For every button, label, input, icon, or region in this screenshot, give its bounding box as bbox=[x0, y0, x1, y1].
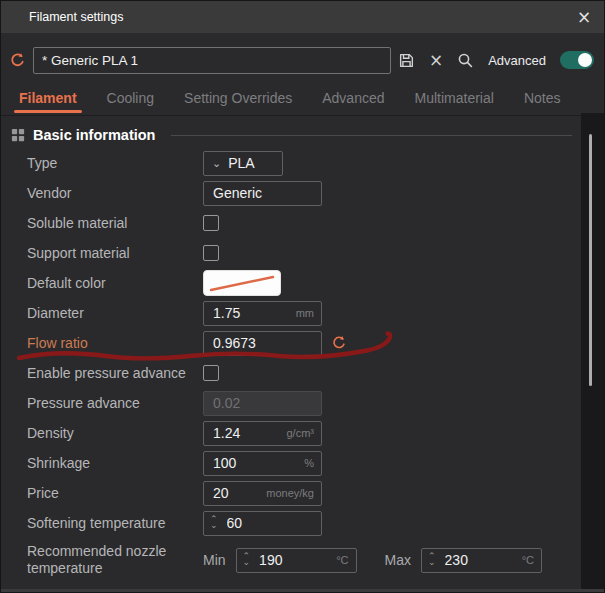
row-type: Type ⌄ PLA bbox=[1, 148, 604, 178]
unit-label: % bbox=[304, 457, 321, 469]
section-divider bbox=[171, 135, 572, 136]
reset-preset-icon[interactable] bbox=[9, 52, 26, 69]
support-material-checkbox[interactable] bbox=[203, 245, 219, 261]
unit-label: g/cm³ bbox=[287, 427, 322, 439]
field-label: Density bbox=[1, 425, 203, 442]
row-price: Price money/kg bbox=[1, 478, 604, 508]
spin-down-icon[interactable]: ⌄ bbox=[428, 560, 436, 566]
unit-label: money/kg bbox=[266, 487, 321, 499]
advanced-label: Advanced bbox=[488, 53, 546, 68]
spinner-arrows[interactable]: ⌃ ⌄ bbox=[422, 554, 436, 566]
flow-ratio-input[interactable] bbox=[204, 335, 321, 351]
row-shrinkage: Shrinkage % bbox=[1, 448, 604, 478]
window-bottom-edge bbox=[1, 589, 604, 592]
preset-toolbar: × Advanced bbox=[1, 33, 604, 83]
field-label: Price bbox=[1, 485, 203, 502]
toolbar-actions: × Advanced bbox=[398, 50, 594, 70]
field-label: Diameter bbox=[1, 305, 203, 322]
nozzle-temp-min-input[interactable] bbox=[250, 552, 336, 568]
tab-cooling[interactable]: Cooling bbox=[107, 85, 154, 115]
row-vendor: Vendor bbox=[1, 178, 604, 208]
preset-name-input[interactable] bbox=[33, 47, 391, 74]
price-field-box: money/kg bbox=[203, 481, 322, 506]
price-input[interactable] bbox=[204, 485, 266, 501]
field-label: Support material bbox=[1, 245, 203, 262]
vendor-field-box bbox=[203, 181, 322, 206]
delete-preset-icon[interactable]: × bbox=[429, 50, 443, 70]
pressure-advance-input bbox=[204, 395, 321, 411]
field-label: Vendor bbox=[1, 185, 203, 202]
row-diameter: Diameter mm bbox=[1, 298, 604, 328]
soluble-material-checkbox[interactable] bbox=[203, 215, 219, 231]
title-bar: Filament settings × bbox=[1, 1, 604, 33]
row-density: Density g/cm³ bbox=[1, 418, 604, 448]
settings-tabs: Filament Cooling Setting Overrides Advan… bbox=[1, 83, 604, 116]
window-title: Filament settings bbox=[29, 10, 123, 24]
unit-label: mm bbox=[296, 307, 321, 319]
default-color-swatch[interactable] bbox=[203, 270, 281, 296]
max-label: Max bbox=[385, 552, 411, 568]
section-basic-information: Basic information bbox=[11, 122, 572, 148]
diameter-field-box: mm bbox=[203, 301, 322, 326]
tab-advanced[interactable]: Advanced bbox=[322, 85, 384, 115]
spinner-arrows[interactable]: ⌃ ⌄ bbox=[204, 517, 218, 529]
unit-label: °C bbox=[336, 554, 355, 566]
row-enable-pressure-advance: Enable pressure advance bbox=[1, 358, 604, 388]
flow-ratio-field-box bbox=[203, 331, 322, 356]
scrollbar-track[interactable] bbox=[581, 113, 604, 592]
row-recommended-nozzle-temperature: Recommended nozzle temperature Min ⌃ ⌄ °… bbox=[1, 538, 604, 582]
close-icon[interactable]: × bbox=[564, 1, 604, 33]
nozzle-temp-max-field-box: ⌃ ⌄ °C bbox=[421, 548, 542, 573]
shrinkage-field-box: % bbox=[203, 451, 322, 476]
enable-pressure-advance-checkbox[interactable] bbox=[203, 365, 219, 381]
nozzle-temp-min-field-box: ⌃ ⌄ °C bbox=[236, 548, 357, 573]
vendor-input[interactable] bbox=[204, 185, 321, 201]
tab-setting-overrides[interactable]: Setting Overrides bbox=[184, 85, 292, 115]
filament-settings-window: Filament settings × × bbox=[0, 0, 605, 593]
field-label: Soluble material bbox=[1, 215, 203, 232]
softening-temperature-field-box: ⌃ ⌄ bbox=[203, 511, 322, 536]
tab-notes[interactable]: Notes bbox=[524, 85, 561, 115]
type-value: PLA bbox=[228, 155, 254, 171]
shrinkage-input[interactable] bbox=[204, 455, 304, 471]
settings-content: Basic information Type ⌄ PLA Vendor bbox=[1, 113, 604, 592]
field-label: Pressure advance bbox=[1, 395, 203, 412]
field-label: Flow ratio bbox=[1, 335, 203, 352]
pressure-advance-field-box bbox=[203, 391, 322, 416]
row-softening-temperature: Softening temperature ⌃ ⌄ bbox=[1, 508, 604, 538]
spinner-arrows[interactable]: ⌃ ⌄ bbox=[237, 554, 251, 566]
save-preset-icon[interactable] bbox=[398, 52, 415, 69]
toggle-knob bbox=[578, 53, 592, 67]
row-pressure-advance: Pressure advance bbox=[1, 388, 604, 418]
undo-value-icon[interactable] bbox=[331, 335, 347, 351]
row-soluble-material: Soluble material bbox=[1, 208, 604, 238]
nozzle-temp-max-input[interactable] bbox=[436, 552, 522, 568]
row-support-material: Support material bbox=[1, 238, 604, 268]
softening-temperature-input[interactable] bbox=[218, 515, 321, 531]
spin-down-icon[interactable]: ⌄ bbox=[243, 560, 251, 566]
advanced-toggle[interactable] bbox=[560, 51, 594, 69]
field-label: Type bbox=[1, 155, 203, 172]
density-input[interactable] bbox=[204, 425, 287, 441]
field-label: Recommended nozzle temperature bbox=[1, 543, 203, 577]
spin-down-icon[interactable]: ⌄ bbox=[210, 523, 218, 529]
field-label: Softening temperature bbox=[1, 515, 203, 532]
field-label: Shrinkage bbox=[1, 455, 203, 472]
unit-label: °C bbox=[522, 554, 541, 566]
tab-filament[interactable]: Filament bbox=[19, 85, 77, 115]
row-flow-ratio: Flow ratio bbox=[1, 328, 604, 358]
field-label: Default color bbox=[1, 275, 203, 292]
search-icon[interactable] bbox=[457, 52, 474, 69]
grid-icon bbox=[11, 128, 25, 142]
field-label: Enable pressure advance bbox=[1, 365, 203, 382]
tab-multimaterial[interactable]: Multimaterial bbox=[415, 85, 494, 115]
row-default-color: Default color bbox=[1, 268, 604, 298]
min-label: Min bbox=[203, 552, 226, 568]
type-dropdown[interactable]: ⌄ PLA bbox=[203, 151, 283, 176]
diameter-input[interactable] bbox=[204, 305, 296, 321]
chevron-down-icon: ⌄ bbox=[212, 158, 221, 169]
section-title: Basic information bbox=[33, 127, 155, 143]
scrollbar-thumb[interactable] bbox=[589, 134, 592, 386]
density-field-box: g/cm³ bbox=[203, 421, 322, 446]
